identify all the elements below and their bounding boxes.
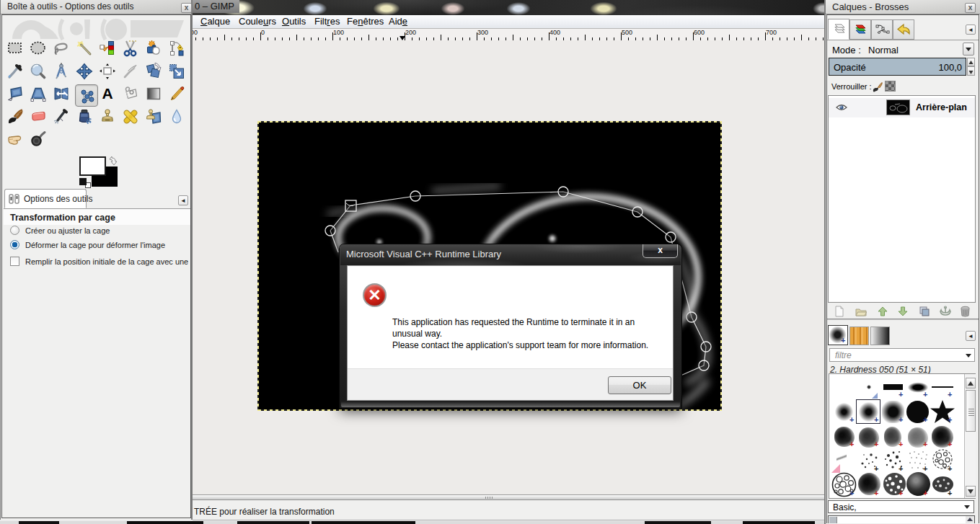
svg-text:A: A — [102, 85, 112, 102]
